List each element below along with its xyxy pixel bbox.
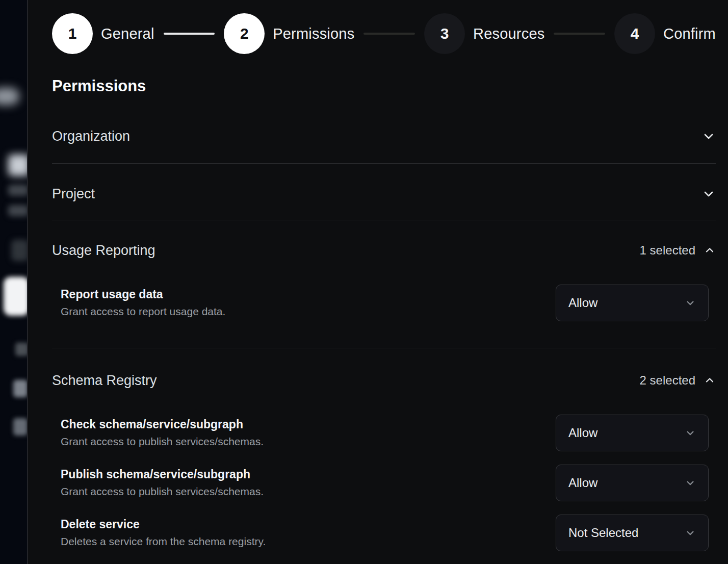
chevron-down-icon <box>685 527 696 539</box>
wizard-panel: 1 General 2 Permissions 3 Resources 4 Co… <box>29 0 728 564</box>
step-confirm[interactable]: 4 Confirm <box>614 13 716 54</box>
chevron-up-icon <box>704 374 716 387</box>
section-usage-reporting: Usage Reporting 1 selected Report usage … <box>52 220 716 348</box>
chevron-down-icon <box>685 477 696 489</box>
step-label: Permissions <box>273 25 354 42</box>
step-resources[interactable]: 3 Resources <box>424 13 544 54</box>
sidebar-blurred-logo <box>4 277 28 316</box>
select-value: Allow <box>568 476 597 490</box>
selected-count-badge: 1 selected <box>640 243 695 258</box>
sidebar-blurred-item <box>13 380 28 397</box>
step-label: General <box>101 25 154 42</box>
section-title: Usage Reporting <box>52 242 155 259</box>
step-label: Confirm <box>663 25 716 42</box>
chevron-down-icon <box>701 129 716 143</box>
step-connector <box>554 33 605 35</box>
sidebar-blurred-item <box>8 205 28 216</box>
chevron-down-icon <box>685 297 696 309</box>
sidebar-blurred-item <box>8 155 28 176</box>
delete-service-select[interactable]: Not Selected <box>556 515 709 551</box>
select-value: Allow <box>568 296 597 310</box>
step-connector <box>363 33 415 35</box>
publish-schema-select[interactable]: Allow <box>556 465 709 501</box>
permission-description: Grant access to report usage data. <box>61 304 225 319</box>
section-title: Schema Registry <box>52 372 157 389</box>
step-permissions[interactable]: 2 Permissions <box>224 13 354 54</box>
permission-description: Grant access to publish services/schemas… <box>61 484 264 499</box>
permission-row: Check schema/service/subgraph Grant acce… <box>52 415 716 451</box>
chevron-down-icon <box>701 187 716 201</box>
wizard-stepper: 1 General 2 Permissions 3 Resources 4 Co… <box>52 13 716 54</box>
section-schema-registry: Schema Registry 2 selected Check schema/… <box>52 348 716 564</box>
sidebar-blurred-item <box>13 418 28 435</box>
step-number: 4 <box>614 13 655 54</box>
section-title: Project <box>52 185 95 202</box>
permission-title: Check schema/service/subgraph <box>61 417 264 432</box>
sidebar <box>0 0 28 564</box>
permission-row: Report usage data Grant access to report… <box>52 285 716 321</box>
permission-title: Report usage data <box>61 287 225 302</box>
sidebar-blurred-item <box>11 240 28 261</box>
page-title: Permissions <box>52 76 716 96</box>
section-project: Project <box>52 164 716 220</box>
select-value: Allow <box>568 426 597 440</box>
permission-row: Delete service Deletes a service from th… <box>52 515 716 551</box>
sidebar-blurred-item <box>0 88 19 105</box>
chevron-down-icon <box>685 427 696 439</box>
step-number: 3 <box>424 13 465 54</box>
select-value: Not Selected <box>568 526 638 540</box>
selected-count-badge: 2 selected <box>640 373 695 388</box>
permission-title: Publish schema/service/subgraph <box>61 467 264 482</box>
section-title: Organization <box>52 127 130 145</box>
section-organization-header[interactable]: Organization <box>52 127 716 145</box>
step-label: Resources <box>473 25 544 42</box>
report-usage-data-select[interactable]: Allow <box>556 285 709 321</box>
step-general[interactable]: 1 General <box>52 13 154 54</box>
sidebar-blurred-item <box>15 343 28 356</box>
step-connector <box>164 33 215 35</box>
step-number: 1 <box>52 13 93 54</box>
permission-title: Delete service <box>61 517 266 532</box>
section-project-header[interactable]: Project <box>52 185 716 202</box>
sidebar-blurred-item <box>8 185 28 196</box>
step-number: 2 <box>224 13 265 54</box>
check-schema-select[interactable]: Allow <box>556 415 709 451</box>
chevron-up-icon <box>704 244 716 257</box>
permission-row: Publish schema/service/subgraph Grant ac… <box>52 465 716 501</box>
permission-description: Grant access to publish services/schemas… <box>61 434 264 449</box>
permission-description: Deletes a service from the schema regist… <box>61 534 266 549</box>
section-schema-registry-header[interactable]: Schema Registry 2 selected <box>52 372 716 389</box>
section-usage-reporting-header[interactable]: Usage Reporting 1 selected <box>52 242 716 259</box>
section-organization: Organization <box>52 96 716 164</box>
